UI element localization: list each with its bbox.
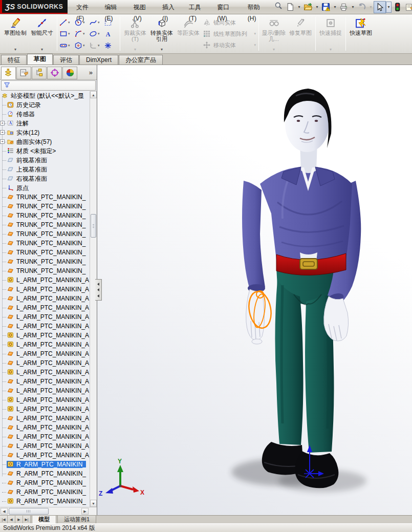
tree-item[interactable]: L_ARM_PTC_MANIKIN_A bbox=[0, 432, 90, 441]
sketch-button[interactable]: 草图绘制 ▾ bbox=[2, 15, 29, 52]
tree-item[interactable]: 原点 bbox=[0, 183, 90, 193]
trim-entities-button[interactable]: 剪裁实体(T) ▾ bbox=[122, 15, 148, 52]
offset-entities-button[interactable]: 等距实体 ▾ bbox=[175, 15, 202, 52]
chevron-down-icon[interactable]: ▾ bbox=[83, 32, 88, 36]
chevron-down-icon[interactable]: ▾ bbox=[98, 44, 102, 48]
chevron-down-icon[interactable]: ▾ bbox=[350, 1, 356, 13]
display-delete-relations-button[interactable]: 显示/删除几... ▾ bbox=[261, 15, 287, 52]
chevron-down-icon[interactable]: ▾ bbox=[161, 47, 163, 52]
tree-item[interactable]: L_ARM_PTC_MANIKIN_A bbox=[0, 285, 90, 294]
chevron-down-icon[interactable]: ▾ bbox=[296, 1, 302, 13]
tree-item[interactable]: TRUNK_PTC_MANIKIN_ bbox=[0, 229, 90, 239]
slot-tool-button[interactable]: ▾ bbox=[59, 41, 73, 50]
menu-item[interactable]: 编辑(E) bbox=[100, 2, 129, 13]
model-tab[interactable]: 运动算例1 bbox=[57, 516, 96, 523]
tree-item[interactable]: L_ARM_PTC_MANIKIN_A bbox=[0, 294, 90, 303]
panel-tab-feature-manager[interactable] bbox=[1, 67, 16, 79]
properties-button[interactable] bbox=[404, 1, 412, 13]
scroll-down-button[interactable]: ▼ bbox=[90, 500, 97, 507]
ribbon-tab[interactable]: 评估 bbox=[53, 55, 79, 65]
point-tool-button[interactable]: ▾ bbox=[103, 41, 117, 50]
scroll-left-button[interactable]: ◀ bbox=[1, 508, 8, 515]
tree-item[interactable]: L_ARM_PTC_MANIKIN_A bbox=[0, 386, 90, 395]
move-button[interactable]: 移动实体▾ bbox=[202, 40, 257, 50]
tree-item[interactable]: R_ARM_PTC_MANIKIN_ bbox=[0, 460, 90, 469]
scroll-right-button[interactable]: ▶ bbox=[81, 508, 89, 515]
chevron-down-icon[interactable]: ▾ bbox=[332, 1, 338, 13]
panel-tab-dimxpert-manager[interactable] bbox=[47, 67, 62, 79]
tree-item[interactable]: 历史记录 bbox=[0, 100, 90, 110]
panel-tab-display-manager[interactable] bbox=[62, 67, 77, 79]
ellipse-tool-button[interactable]: ▾ bbox=[89, 29, 102, 38]
linear-pattern-button[interactable]: 线性草图阵列▾ bbox=[202, 29, 257, 39]
tree-item[interactable]: +实体(12) bbox=[0, 128, 90, 137]
tree-item[interactable]: R_ARM_PTC_MANIKIN_ bbox=[0, 487, 90, 497]
mirror-button[interactable]: 镜向实体 bbox=[202, 17, 257, 28]
tree-item[interactable]: L_ARM_PTC_MANIKIN_A bbox=[0, 275, 90, 285]
tree-item[interactable]: L_ARM_PTC_MANIKIN_A bbox=[0, 441, 90, 451]
prev-tab-button[interactable]: ◀ bbox=[8, 516, 15, 523]
smart-dimension-button[interactable]: 智能尺寸 ▾ bbox=[29, 15, 55, 52]
tree-root-item[interactable]: 站姿模型 (默认<<默认>_显 bbox=[0, 91, 90, 100]
tree-item[interactable]: TRUNK_PTC_MANIKIN_ bbox=[0, 202, 90, 211]
tree-item[interactable]: 右视基准面 bbox=[0, 174, 90, 183]
arc-tool-button[interactable]: ▾ bbox=[74, 29, 88, 38]
panel-tab-configuration-manager[interactable] bbox=[32, 67, 47, 79]
chevron-down-icon[interactable]: ▾ bbox=[254, 32, 257, 36]
tree-item[interactable]: TRUNK_PTC_MANIKIN_ bbox=[0, 266, 90, 275]
tree-item[interactable]: TRUNK_PTC_MANIKIN_ bbox=[0, 248, 90, 257]
tree-item[interactable]: L_ARM_PTC_MANIKIN_A bbox=[0, 423, 90, 432]
traffic-light-button[interactable] bbox=[392, 1, 404, 13]
new-document-button[interactable] bbox=[284, 1, 296, 13]
tree-item[interactable]: TRUNK_PTC_MANIKIN_ bbox=[0, 220, 90, 229]
line-tool-button[interactable]: ▾ bbox=[59, 18, 73, 27]
expand-icon[interactable]: + bbox=[0, 121, 5, 125]
scrollbar-thumb[interactable] bbox=[9, 508, 49, 515]
tree-item[interactable]: R_ARM_PTC_MANIKIN_ bbox=[0, 478, 90, 487]
ribbon-tab[interactable]: 草图 bbox=[27, 54, 53, 65]
save-button[interactable] bbox=[320, 1, 332, 13]
tree-item[interactable]: 材质 <未指定> bbox=[0, 146, 90, 156]
menu-item[interactable]: 帮助(H) bbox=[243, 2, 272, 13]
selection-box-tool-button[interactable]: ▾ bbox=[103, 18, 117, 27]
menu-item[interactable]: 工具(T) bbox=[184, 2, 213, 13]
tree-item[interactable]: R_ARM_PTC_MANIKIN_ bbox=[0, 497, 90, 506]
tree-item[interactable]: L_ARM_PTC_MANIKIN_A bbox=[0, 303, 90, 312]
tree-item[interactable]: R_ARM_PTC_MANIKIN_ bbox=[0, 469, 90, 478]
tree-horizontal-scrollbar[interactable]: ◀ ▶ bbox=[0, 507, 97, 515]
next-tab-button[interactable]: ▶ bbox=[15, 516, 23, 523]
chevron-down-icon[interactable]: ▾ bbox=[386, 2, 392, 13]
chevron-down-icon[interactable]: ▾ bbox=[314, 1, 320, 13]
tree-item[interactable]: L_ARM_PTC_MANIKIN_A bbox=[0, 349, 90, 358]
ribbon-tab[interactable]: 特征 bbox=[1, 55, 27, 65]
tree-item[interactable]: L_ARM_PTC_MANIKIN_A bbox=[0, 414, 90, 423]
first-tab-button[interactable]: |◀ bbox=[0, 516, 8, 523]
undo-button[interactable] bbox=[356, 1, 368, 13]
menu-item[interactable]: 文件(F) bbox=[72, 2, 100, 13]
panel-chevron-icon[interactable]: » bbox=[89, 69, 96, 77]
expand-icon[interactable]: + bbox=[0, 139, 5, 144]
tree-item[interactable]: L_ARM_PTC_MANIKIN_A bbox=[0, 405, 90, 414]
chevron-down-icon[interactable]: ▾ bbox=[68, 20, 73, 25]
tree-item[interactable]: L_ARM_PTC_MANIKIN_A bbox=[0, 358, 90, 368]
chevron-down-icon[interactable]: ▾ bbox=[41, 47, 43, 52]
tree-item[interactable]: +A注解 bbox=[0, 119, 90, 128]
tree-item[interactable]: TRUNK_PTC_MANIKIN_ bbox=[0, 211, 90, 220]
menu-item[interactable]: 视图(V) bbox=[129, 2, 158, 13]
panel-splitter-handle[interactable] bbox=[95, 279, 102, 301]
tree-item[interactable]: L_ARM_PTC_MANIKIN_A bbox=[0, 322, 90, 331]
tree-item[interactable]: 上视基准面 bbox=[0, 165, 90, 174]
chevron-down-icon[interactable]: ▾ bbox=[68, 32, 73, 36]
ribbon-tab[interactable]: DimXpert bbox=[79, 55, 118, 65]
tree-item[interactable]: 前视基准面 bbox=[0, 156, 90, 165]
menu-item[interactable]: 插入(I) bbox=[158, 2, 184, 13]
scrollbar-thumb[interactable] bbox=[91, 214, 96, 238]
tree-item[interactable]: L_ARM_PTC_MANIKIN_A bbox=[0, 331, 90, 340]
search-icon[interactable] bbox=[273, 0, 284, 11]
panel-tab-property-manager[interactable] bbox=[16, 67, 31, 79]
tree-item[interactable]: L_ARM_PTC_MANIKIN_A bbox=[0, 395, 90, 405]
tree-item[interactable]: L_ARM_PTC_MANIKIN_A bbox=[0, 368, 90, 377]
circle-tool-button[interactable]: ▾ bbox=[74, 18, 88, 27]
tree-item[interactable]: L_ARM_PTC_MANIKIN_A bbox=[0, 340, 90, 349]
tree-item[interactable]: 传感器 bbox=[0, 110, 90, 119]
